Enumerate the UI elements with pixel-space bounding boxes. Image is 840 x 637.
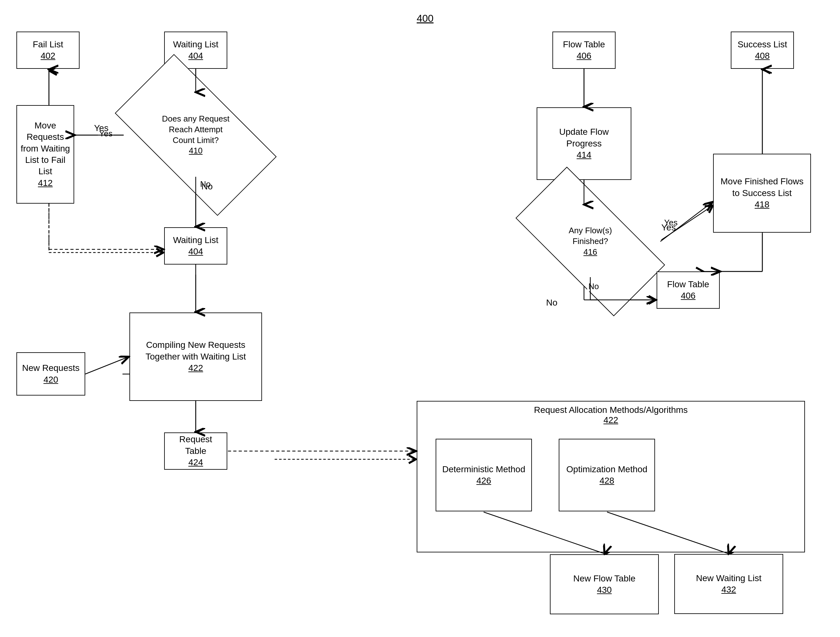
update-flow-node: Update FlowProgress 414 [537,107,632,180]
optimization-node: Optimization Method 428 [559,439,655,511]
new-requests-node: New Requests 420 [16,352,85,395]
attempt-count-diamond: Does any RequestReach AttemptCount Limit… [123,93,268,177]
diagram-title: 400 [417,13,433,24]
move-finished-node: Move Finished Flows to Success List 418 [713,154,811,232]
no2-label: No [587,281,600,291]
request-table-node: Request Table 424 [164,432,227,470]
compiling-node: Compiling New Requests Together with Wai… [129,313,262,401]
flow-table-top-node: Flow Table 406 [553,32,616,69]
alloc-methods-label: Request Allocation Methods/Algorithms 42… [417,401,805,429]
success-list-node: Success List 408 [731,32,794,69]
fail-list-node: Fail List 402 [16,32,79,69]
flow-table-mid-node: Flow Table 406 [657,272,720,309]
yes2-label: Yes [663,218,679,228]
diagram: 400 [0,0,840,637]
deterministic-node: Deterministic Method 426 [436,439,532,511]
yes-label: Yes [98,129,114,139]
any-flows-finished-diamond: Any Flow(s)Finished?416 [521,205,660,278]
no-label: No [199,179,212,189]
new-waiting-list-node: New Waiting List 432 [674,554,783,614]
waiting-list-mid-node: Waiting List 404 [164,227,227,264]
new-flow-table-node: New Flow Table 430 [550,554,659,614]
move-requests-node: Move Requests from Waiting List to Fail … [16,105,74,204]
